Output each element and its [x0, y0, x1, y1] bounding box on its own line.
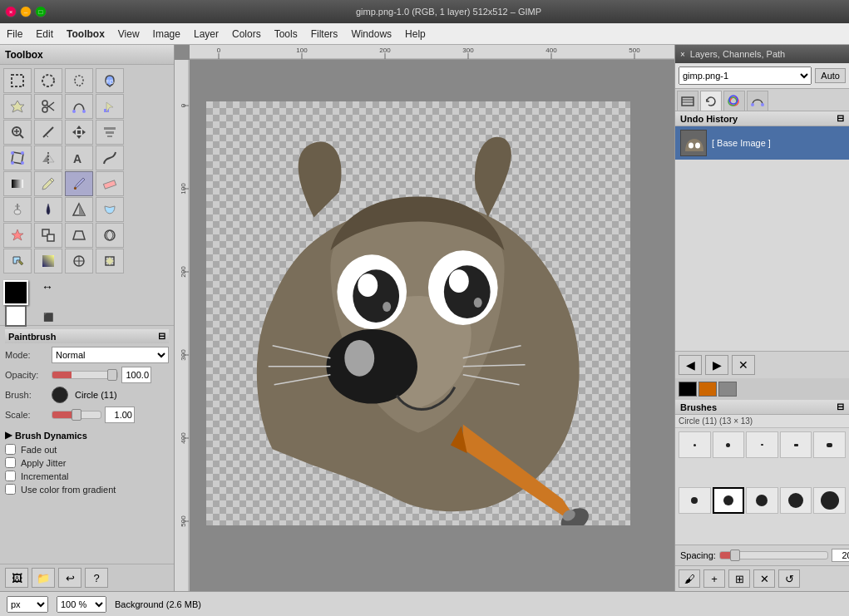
menu-edit[interactable]: Edit [29, 23, 60, 44]
tool-unknown1[interactable] [65, 249, 93, 274]
image-canvas[interactable] [206, 101, 630, 525]
foreground-color-swatch[interactable] [3, 280, 28, 305]
brush-cell-4[interactable] [780, 431, 812, 458]
new-image-button[interactable]: 🖼 [5, 568, 28, 588]
tool-blend-fill[interactable] [34, 249, 62, 274]
tool-perspective-clone[interactable] [65, 223, 93, 248]
window-controls[interactable]: × – □ [5, 6, 47, 17]
undo-history-clear-button[interactable]: ✕ [732, 355, 755, 375]
brush-dynamics-header[interactable]: ▶ Brush Dynamics [5, 430, 169, 441]
maximize-button[interactable]: □ [35, 6, 47, 17]
tool-convolve[interactable] [96, 223, 124, 248]
tool-fuzzy-select[interactable] [3, 94, 32, 119]
tab-history[interactable] [700, 91, 722, 111]
layer-select[interactable]: gimp.png-1 [679, 67, 812, 85]
swatch-orange[interactable] [698, 382, 717, 397]
spacing-slider[interactable] [719, 551, 828, 559]
tab-layers[interactable] [677, 91, 698, 111]
paintbrush-collapse-icon[interactable]: ⊟ [158, 331, 165, 342]
menu-filters[interactable]: Filters [304, 23, 345, 44]
tool-path-stroke[interactable] [96, 145, 124, 170]
tool-scissors[interactable] [34, 94, 62, 119]
incremental-checkbox[interactable] [5, 471, 16, 481]
undo-history-back-button[interactable]: ◀ [679, 355, 702, 375]
right-panel-close[interactable]: × [680, 50, 685, 59]
duplicate-brush-button[interactable]: ⊞ [728, 569, 750, 588]
tool-transform[interactable] [3, 145, 32, 170]
tool-fg-select[interactable]: FG [96, 68, 124, 93]
brush-cell-7-selected[interactable] [713, 487, 745, 514]
menu-help[interactable]: Help [398, 23, 432, 44]
tool-color-picker[interactable] [96, 94, 124, 119]
menu-colors[interactable]: Colors [225, 23, 268, 44]
tool-flip[interactable] [34, 145, 62, 170]
canvas-viewport[interactable] [190, 60, 674, 591]
menu-layer[interactable]: Layer [187, 23, 225, 44]
tool-paths[interactable] [65, 94, 93, 119]
apply-jitter-checkbox[interactable] [5, 457, 16, 468]
open-image-button[interactable]: 📁 [32, 568, 55, 588]
menu-file[interactable]: File [0, 23, 29, 44]
mode-select[interactable]: Normal Dissolve Multiply [52, 347, 169, 363]
tool-blend[interactable] [3, 171, 32, 196]
brush-cell-6[interactable] [679, 487, 711, 514]
refresh-brushes-button[interactable]: ↺ [778, 569, 800, 588]
tool-unknown2[interactable] [96, 249, 124, 274]
tool-bucket-fill[interactable] [3, 249, 32, 274]
brush-cell-3[interactable] [746, 431, 778, 458]
tool-ink[interactable] [34, 197, 62, 222]
brush-name[interactable]: Circle (11) [75, 390, 117, 400]
tool-pencil[interactable] [34, 171, 62, 196]
tool-smudge[interactable] [96, 197, 124, 222]
tool-clone[interactable] [34, 223, 62, 248]
zoom-select[interactable]: 100 % 50 % 200 % [57, 596, 106, 613]
brush-cell-1[interactable] [679, 431, 711, 458]
close-button[interactable]: × [5, 6, 17, 17]
swap-colors-icon[interactable]: ↔ [42, 280, 53, 293]
fade-out-checkbox[interactable] [5, 444, 16, 455]
swatch-gray[interactable] [718, 382, 737, 397]
swatch-black[interactable] [679, 382, 697, 397]
new-brush-button[interactable]: + [703, 569, 725, 588]
reset-colors-icon[interactable]: ⬛ [43, 313, 53, 322]
menu-image[interactable]: Image [146, 23, 187, 44]
menu-view[interactable]: View [111, 23, 146, 44]
tool-text[interactable]: A [65, 145, 93, 170]
tool-lasso-select[interactable] [65, 68, 93, 93]
tool-paintbrush[interactable] [65, 171, 93, 196]
tool-zoom[interactable] [3, 120, 32, 145]
delete-brush-button[interactable]: ✕ [753, 569, 775, 588]
minimize-button[interactable]: – [20, 6, 32, 17]
brush-cell-8[interactable] [746, 487, 778, 514]
scale-slider[interactable] [52, 411, 101, 419]
scale-spinbox[interactable] [105, 407, 135, 423]
use-gradient-checkbox[interactable] [5, 484, 16, 495]
brush-preview[interactable] [52, 387, 68, 403]
brush-cell-9[interactable] [780, 487, 812, 514]
tab-paths[interactable] [747, 91, 768, 111]
tool-airbrush[interactable] [3, 197, 32, 222]
tool-rect-select[interactable] [3, 68, 32, 93]
tool-eraser[interactable] [96, 171, 124, 196]
opacity-spinbox[interactable] [121, 367, 151, 383]
tool-measure[interactable] [34, 120, 62, 145]
opacity-slider[interactable] [52, 371, 118, 379]
brush-cell-2[interactable] [713, 431, 745, 458]
background-color-swatch[interactable] [5, 305, 27, 327]
undo-button[interactable]: ↩ [58, 568, 81, 588]
unit-select[interactable]: px cm in [7, 596, 48, 613]
tool-dodge-burn[interactable] [65, 197, 93, 222]
tool-ellipse-select[interactable] [34, 68, 62, 93]
tool-align[interactable] [96, 120, 124, 145]
menu-windows[interactable]: Windows [344, 23, 398, 44]
menu-tools[interactable]: Tools [268, 23, 304, 44]
help-button[interactable]: ? [85, 568, 108, 588]
undo-item-base[interactable]: [ Base Image ] [675, 126, 849, 160]
brushes-options-icon[interactable]: ⊟ [837, 402, 844, 412]
tool-move[interactable] [65, 120, 93, 145]
spacing-value[interactable] [832, 549, 849, 562]
auto-button[interactable]: Auto [815, 68, 846, 83]
paintbrush-panel-header[interactable]: Paintbrush ⊟ [5, 329, 169, 343]
edit-brush-button[interactable]: 🖌 [679, 569, 700, 588]
tab-channels[interactable] [723, 91, 745, 111]
